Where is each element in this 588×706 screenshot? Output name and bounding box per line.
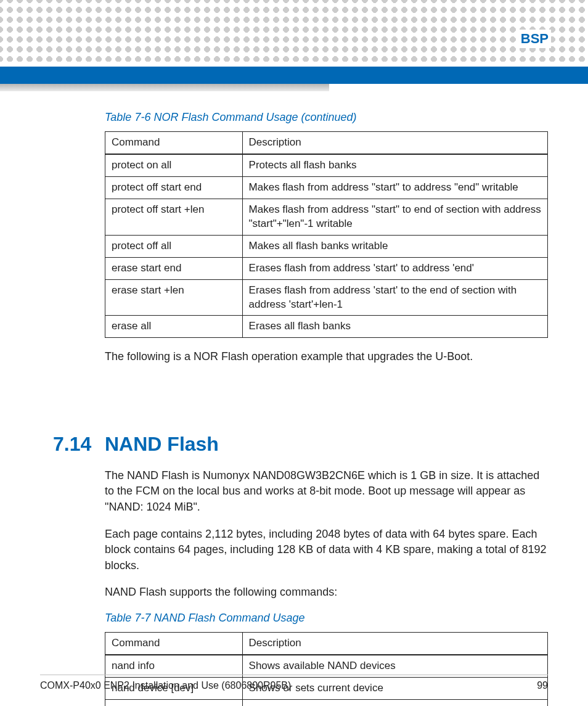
table-7-7-caption: Table 7-7 NAND Flash Command Usage bbox=[105, 612, 548, 625]
cell-description: Shows available NAND devices bbox=[242, 655, 547, 677]
cell-command: erase all bbox=[105, 316, 243, 338]
cell-description: Makes flash from address "start" to addr… bbox=[242, 176, 547, 199]
table-row: erase start +lenErases flash from addres… bbox=[105, 279, 548, 316]
table-row: nand infoShows available NAND devices bbox=[105, 655, 548, 677]
table-row: protect off allMakes all flash banks wri… bbox=[105, 235, 548, 257]
cell-description: Protects all flash banks bbox=[242, 154, 547, 176]
cell-command: protect off start end bbox=[105, 176, 243, 199]
table-header-row: Command Description bbox=[105, 132, 548, 154]
table-header-row: Command Description bbox=[105, 632, 548, 654]
paragraph: The following is a NOR Flash operation e… bbox=[105, 349, 548, 365]
paragraph: The NAND Flash is Numonyx NAND08GW3B2CN6… bbox=[105, 468, 548, 515]
table-row: protect off start endMakes flash from ad… bbox=[105, 176, 548, 199]
table-row: protect off start +lenMakes flash from a… bbox=[105, 199, 548, 235]
cell-command: protect off start +len bbox=[105, 199, 243, 235]
table-row: protect on allProtects all flash banks bbox=[105, 154, 548, 176]
cell-command: nand read bbox=[105, 699, 243, 706]
page-footer: COMX-P40x0 ENP2 Installation and Use (68… bbox=[40, 675, 548, 691]
cell-command: protect on all bbox=[105, 154, 243, 176]
section-title: NAND Flash bbox=[105, 433, 219, 455]
footer-doc-title: COMX-P40x0 ENP2 Installation and Use (68… bbox=[40, 680, 291, 691]
table-7-7: Command Description nand infoShows avail… bbox=[105, 632, 548, 706]
cell-description: Makes flash from address "start" to end … bbox=[242, 199, 547, 235]
col-header-command: Command bbox=[105, 632, 243, 654]
table-7-6: Command Description protect on allProtec… bbox=[105, 131, 548, 338]
table-7-6-caption: Table 7-6 NOR Flash Command Usage (conti… bbox=[105, 111, 548, 124]
col-header-description: Description bbox=[242, 132, 547, 154]
decorative-dot-pattern bbox=[0, 0, 588, 62]
cell-command: erase start +len bbox=[105, 279, 243, 316]
cell-description: Addr off | partition size bbox=[242, 699, 547, 706]
table-row: nand readAddr off | partition size bbox=[105, 699, 548, 706]
col-header-description: Description bbox=[242, 632, 547, 654]
chapter-label: BSP bbox=[518, 30, 551, 48]
cell-description: Erases flash from address 'start' to add… bbox=[242, 257, 547, 279]
cell-command: protect off all bbox=[105, 235, 243, 257]
section-heading-7.14: 7.14 NAND Flash bbox=[105, 433, 548, 456]
header-blue-bar bbox=[0, 67, 588, 84]
section-number: 7.14 bbox=[53, 433, 91, 456]
paragraph: Each page contains 2,112 bytes, includin… bbox=[105, 527, 548, 574]
cell-description: Erases flash from address 'start' to the… bbox=[242, 279, 547, 316]
cell-description: Makes all flash banks writable bbox=[242, 235, 547, 257]
col-header-command: Command bbox=[105, 132, 243, 154]
page-content: Table 7-6 NOR Flash Command Usage (conti… bbox=[105, 111, 548, 669]
page-number: 99 bbox=[537, 680, 548, 691]
table-row: erase start endErases flash from address… bbox=[105, 257, 548, 279]
paragraph: NAND Flash supports the following comman… bbox=[105, 585, 548, 601]
table-row: erase allErases all flash banks bbox=[105, 316, 548, 338]
cell-command: erase start end bbox=[105, 257, 243, 279]
header-gray-underbar bbox=[0, 84, 329, 91]
cell-command: nand info bbox=[105, 655, 243, 677]
cell-description: Erases all flash banks bbox=[242, 316, 547, 338]
